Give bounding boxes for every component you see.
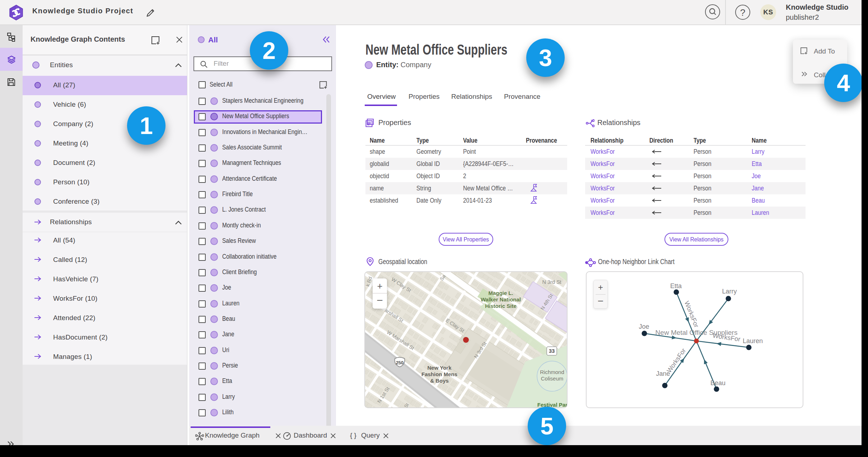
svg-text:Fashion Mens: Fashion Mens [421,371,457,377]
svg-text:Beau: Beau [710,379,725,387]
svg-text:Historic Site: Historic Site [485,303,517,309]
svg-text:Larry: Larry [722,288,737,295]
svg-text:250: 250 [396,360,404,365]
svg-text:33: 33 [549,348,555,354]
svg-text:Joe: Joe [639,323,649,330]
svg-text:Festival Park: Festival Park [537,402,568,408]
svg-text:Walker National: Walker National [481,296,521,303]
svg-text:Richmond: Richmond [540,369,564,375]
svg-text:New York: New York [428,365,452,371]
svg-text:N 3rd St: N 3rd St [542,279,561,285]
svg-text:Lauren: Lauren [743,337,763,345]
svg-text:& Boys: & Boys [430,378,449,384]
svg-text:Coliseum: Coliseum [541,375,564,382]
svg-text:Etta: Etta [670,282,682,290]
svg-text:Maggie L.: Maggie L. [488,290,513,296]
